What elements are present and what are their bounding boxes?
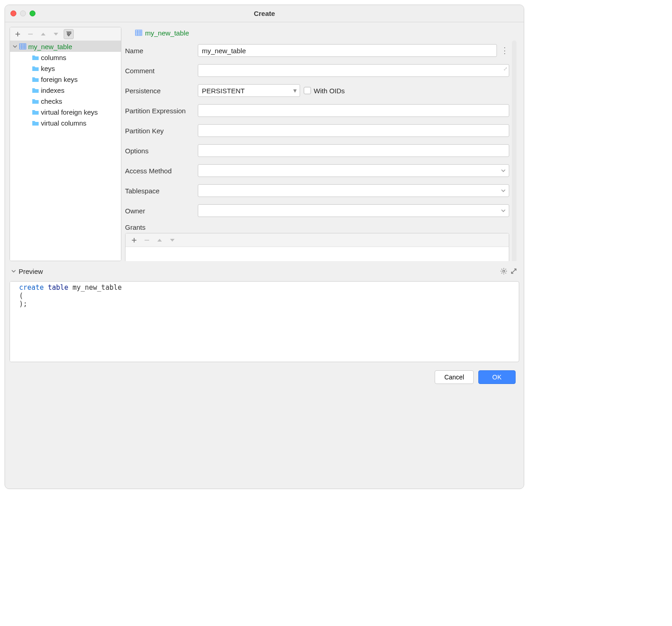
tree-item-label: columns bbox=[41, 54, 66, 61]
remove-button[interactable] bbox=[25, 29, 35, 39]
tree-item-checks[interactable]: checks bbox=[10, 96, 121, 106]
preview-header: Preview bbox=[10, 265, 519, 278]
label-persistence: Persistence bbox=[125, 87, 198, 95]
name-input[interactable] bbox=[198, 44, 497, 57]
tree-item-foreign-keys[interactable]: foreign keys bbox=[10, 74, 121, 85]
grants-empty-text: Nothing to show bbox=[125, 247, 509, 261]
tree-item-virtual-fk[interactable]: virtual foreign keys bbox=[10, 106, 121, 117]
tree-root-item[interactable]: my_new_table bbox=[10, 41, 121, 52]
move-down-button[interactable] bbox=[51, 29, 61, 39]
sql-line3: ); bbox=[19, 300, 27, 308]
grants-toolbar bbox=[125, 233, 509, 247]
tree-item-indexes[interactable]: indexes bbox=[10, 85, 121, 96]
form-panel: my_new_table Name ⋮ bbox=[125, 27, 519, 261]
tree-root-label: my_new_table bbox=[28, 43, 72, 50]
label-owner: Owner bbox=[125, 207, 198, 215]
expand-toggle-icon[interactable] bbox=[13, 44, 17, 49]
chevron-down-icon bbox=[501, 188, 506, 193]
cancel-button[interactable]: Cancel bbox=[435, 370, 474, 384]
label-tablespace: Tablespace bbox=[125, 187, 198, 195]
structure-tree-panel: my_new_table columns keys foreign keys bbox=[10, 27, 121, 261]
tree-item-label: virtual foreign keys bbox=[41, 108, 98, 116]
breadcrumb-label: my_new_table bbox=[145, 29, 189, 37]
comment-input[interactable] bbox=[198, 64, 509, 77]
open-external-icon[interactable] bbox=[510, 268, 517, 275]
tree-item-keys[interactable]: keys bbox=[10, 63, 121, 74]
folder-icon bbox=[32, 120, 39, 126]
vertical-scrollbar[interactable] bbox=[512, 40, 517, 261]
tablespace-combo[interactable] bbox=[198, 184, 509, 197]
tree-item-columns[interactable]: columns bbox=[10, 52, 121, 63]
gutter bbox=[10, 282, 16, 362]
tree-item-virtual-columns[interactable]: virtual columns bbox=[10, 117, 121, 128]
more-actions-button[interactable]: ⋮ bbox=[501, 45, 509, 56]
sql-ident: my_new_table bbox=[72, 283, 121, 292]
titlebar: Create bbox=[5, 5, 524, 22]
checkbox-box bbox=[304, 87, 311, 94]
with-oids-label: With OIDs bbox=[314, 87, 345, 95]
grants-up-button[interactable] bbox=[155, 235, 165, 245]
preview-toggle-icon[interactable] bbox=[11, 269, 16, 273]
folder-icon bbox=[32, 66, 39, 71]
sql-line2: ( bbox=[19, 292, 23, 300]
persistence-value: PERSISTENT bbox=[202, 87, 245, 95]
grants-remove-button[interactable] bbox=[142, 235, 152, 245]
folder-icon bbox=[32, 76, 39, 82]
persistence-select[interactable]: PERSISTENT ▾ bbox=[198, 84, 300, 97]
tree-toolbar bbox=[10, 27, 121, 41]
folder-icon bbox=[32, 55, 39, 61]
chevron-down-icon bbox=[501, 168, 506, 173]
import-button[interactable] bbox=[64, 29, 74, 39]
partition-key-input[interactable] bbox=[198, 124, 509, 137]
preview-label: Preview bbox=[19, 268, 43, 275]
grants-down-button[interactable] bbox=[167, 235, 177, 245]
gear-icon[interactable] bbox=[500, 268, 507, 275]
chevron-down-icon bbox=[501, 208, 506, 213]
label-comment: Comment bbox=[125, 67, 198, 75]
label-partition-expression: Partition Expression bbox=[125, 107, 198, 115]
expand-icon[interactable]: ⤢ bbox=[503, 66, 507, 72]
partition-expression-input[interactable] bbox=[198, 104, 509, 117]
folder-icon bbox=[32, 109, 39, 115]
tree-item-label: keys bbox=[41, 65, 55, 72]
add-button[interactable] bbox=[13, 29, 23, 39]
ok-button[interactable]: OK bbox=[478, 370, 516, 384]
label-grants: Grants bbox=[125, 223, 509, 231]
options-input[interactable] bbox=[198, 144, 509, 157]
label-name: Name bbox=[125, 47, 198, 55]
dialog-create: Create my_new_table bbox=[5, 5, 524, 489]
breadcrumb[interactable]: my_new_table bbox=[125, 27, 519, 39]
sql-kw-table: table bbox=[48, 283, 68, 292]
label-options: Options bbox=[125, 147, 198, 155]
folder-icon bbox=[32, 87, 39, 93]
label-access-method: Access Method bbox=[125, 167, 198, 175]
tree-item-label: checks bbox=[41, 97, 62, 105]
table-icon bbox=[135, 30, 142, 36]
owner-combo[interactable] bbox=[198, 204, 509, 217]
move-up-button[interactable] bbox=[38, 29, 48, 39]
tree-item-label: foreign keys bbox=[41, 76, 78, 83]
sql-kw-create: create bbox=[19, 283, 44, 292]
label-partition-key: Partition Key bbox=[125, 127, 198, 135]
with-oids-checkbox[interactable]: With OIDs bbox=[304, 87, 345, 95]
window-title: Create bbox=[5, 10, 524, 17]
access-method-combo[interactable] bbox=[198, 164, 509, 177]
tree-item-label: indexes bbox=[41, 86, 65, 94]
tree-item-label: virtual columns bbox=[41, 119, 86, 127]
folder-icon bbox=[32, 98, 39, 104]
dialog-buttons: Cancel OK bbox=[10, 366, 519, 389]
grants-add-button[interactable] bbox=[129, 235, 139, 245]
grants-panel: Nothing to show bbox=[125, 233, 509, 261]
chevron-down-icon: ▾ bbox=[293, 86, 297, 95]
sql-preview[interactable]: create table my_new_table ( ); bbox=[10, 281, 519, 362]
table-icon bbox=[19, 43, 26, 50]
svg-point-12 bbox=[503, 270, 505, 273]
tree-body[interactable]: my_new_table columns keys foreign keys bbox=[10, 41, 121, 261]
